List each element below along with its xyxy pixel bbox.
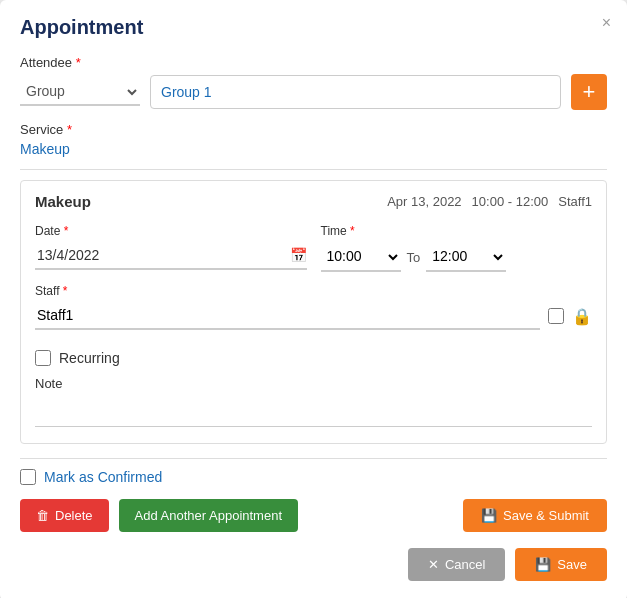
note-section: Note xyxy=(35,376,592,431)
note-label: Note xyxy=(35,376,592,391)
save-submit-icon: 💾 xyxy=(481,508,497,523)
service-section: Service * Makeup xyxy=(20,122,607,157)
recurring-label: Recurring xyxy=(59,350,120,366)
date-time-row: Date * 📅 Time * 10:00 10:30 11:00 xyxy=(35,224,592,272)
confirmed-row: Mark as Confirmed xyxy=(20,469,607,485)
staff-checkbox[interactable] xyxy=(548,308,564,324)
note-textarea[interactable] xyxy=(35,397,592,427)
divider-1 xyxy=(20,169,607,170)
cancel-button[interactable]: ✕ Cancel xyxy=(408,548,505,581)
confirmed-label: Mark as Confirmed xyxy=(44,469,162,485)
recurring-row: Recurring xyxy=(35,350,592,366)
time-label: Time * xyxy=(321,224,593,238)
delete-button[interactable]: 🗑 Delete xyxy=(20,499,109,532)
recurring-checkbox[interactable] xyxy=(35,350,51,366)
save-icon: 💾 xyxy=(535,557,551,572)
card-service-name: Makeup xyxy=(35,193,367,210)
card-time-range: 10:00 - 12:00 xyxy=(472,194,549,209)
time-start-select[interactable]: 10:00 10:30 11:00 xyxy=(321,242,401,272)
staff-field-group: Staff * 🔒 xyxy=(35,284,592,340)
time-end-select[interactable]: 12:00 12:30 13:00 xyxy=(426,242,506,272)
staff-input[interactable] xyxy=(35,302,540,330)
service-required-star: * xyxy=(63,122,72,137)
time-field-group: Time * 10:00 10:30 11:00 To 12:00 12:30 … xyxy=(321,224,593,272)
bottom-actions: 🗑 Delete Add Another Appointment 💾 Save … xyxy=(20,499,607,532)
appointment-card: Makeup Apr 13, 2022 10:00 - 12:00 Staff1… xyxy=(20,180,607,444)
attendee-row: Group Individual + xyxy=(20,74,607,110)
left-actions: 🗑 Delete Add Another Appointment xyxy=(20,499,298,532)
add-attendee-button[interactable]: + xyxy=(571,74,607,110)
trash-icon: 🗑 xyxy=(36,508,49,523)
close-button[interactable]: × xyxy=(602,14,611,32)
time-row: 10:00 10:30 11:00 To 12:00 12:30 13:00 xyxy=(321,242,593,272)
attendee-group-input[interactable] xyxy=(150,75,561,109)
card-date-display: Apr 13, 2022 xyxy=(387,194,461,209)
date-label: Date * xyxy=(35,224,307,238)
save-submit-button[interactable]: 💾 Save & Submit xyxy=(463,499,607,532)
cancel-icon: ✕ xyxy=(428,557,439,572)
card-header: Makeup Apr 13, 2022 10:00 - 12:00 Staff1 xyxy=(35,193,592,210)
modal-title: Appointment xyxy=(20,16,607,39)
calendar-icon: 📅 xyxy=(290,247,307,263)
attendee-required-star: * xyxy=(72,55,81,70)
staff-label: Staff * xyxy=(35,284,592,298)
service-value: Makeup xyxy=(20,141,607,157)
lock-icon: 🔒 xyxy=(572,307,592,326)
footer-row: ✕ Cancel 💾 Save xyxy=(20,548,607,581)
attendee-label: Attendee * xyxy=(20,55,607,70)
card-header-info: Apr 13, 2022 10:00 - 12:00 Staff1 xyxy=(387,194,592,209)
card-staff-display: Staff1 xyxy=(558,194,592,209)
service-label: Service * xyxy=(20,122,607,137)
save-button[interactable]: 💾 Save xyxy=(515,548,607,581)
date-field-group: Date * 📅 xyxy=(35,224,307,272)
divider-2 xyxy=(20,458,607,459)
to-label: To xyxy=(407,250,421,265)
add-appointment-button[interactable]: Add Another Appointment xyxy=(119,499,298,532)
attendee-type-select[interactable]: Group Individual xyxy=(20,78,140,106)
date-input[interactable] xyxy=(35,242,290,268)
staff-row: 🔒 xyxy=(35,302,592,330)
modal-container: × Appointment Attendee * Group Individua… xyxy=(0,0,627,598)
confirmed-checkbox[interactable] xyxy=(20,469,36,485)
date-input-wrapper: 📅 xyxy=(35,242,307,270)
